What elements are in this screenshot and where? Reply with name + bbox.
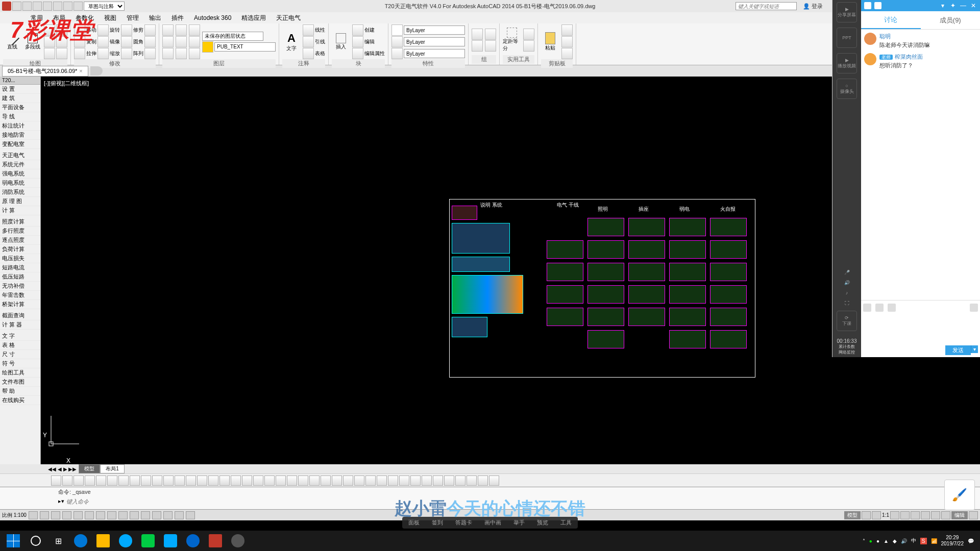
trim-tool[interactable] [121, 24, 132, 36]
palette-item[interactable]: 逐点照度 [0, 236, 40, 245]
tool-btn[interactable] [321, 475, 331, 486]
color-swatch[interactable] [391, 24, 403, 36]
palette-item[interactable]: 平面设备 [0, 103, 40, 112]
layer-props[interactable] [162, 24, 174, 36]
layer-misc3[interactable] [189, 48, 200, 59]
tool-btn[interactable] [107, 475, 117, 486]
explode-tool[interactable] [144, 36, 156, 47]
tool-btn[interactable] [62, 475, 72, 486]
leader-tool[interactable] [303, 36, 314, 47]
qat-redo[interactable] [74, 2, 83, 11]
status-btn[interactable] [921, 511, 930, 519]
tray-icon[interactable]: S [920, 538, 927, 544]
palette-item[interactable]: 照度计算 [0, 217, 40, 227]
status-btn[interactable] [186, 511, 195, 519]
tray-chevron-icon[interactable]: ˄ [863, 538, 865, 544]
layer-match[interactable] [176, 48, 187, 59]
fullscreen-icon[interactable]: ⛶ [845, 300, 849, 306]
palette-item[interactable]: 消防系统 [0, 188, 40, 197]
chat-textarea[interactable] [863, 313, 978, 343]
palette-item[interactable]: 多行照度 [0, 227, 40, 236]
measure-tool[interactable]: 定距等分 [503, 28, 521, 52]
tool-btn[interactable] [309, 475, 320, 486]
image-icon[interactable] [888, 304, 896, 312]
status-btn[interactable] [74, 511, 83, 519]
palette-item[interactable]: 弱电系统 [0, 179, 40, 188]
workspace-select[interactable]: 草图与注释 [84, 2, 125, 11]
layer-off[interactable] [162, 48, 174, 59]
app-icon-1[interactable] [114, 532, 137, 550]
status-btn[interactable] [62, 511, 71, 519]
status-btn[interactable] [931, 511, 940, 519]
palette-item[interactable]: 计 算 器 [0, 320, 40, 330]
palette-item[interactable]: 帮 助 [0, 387, 40, 396]
tool-btn[interactable] [197, 475, 207, 486]
tool-btn[interactable] [433, 475, 443, 486]
qat-undo[interactable] [63, 2, 72, 11]
palette-item[interactable]: 强电系统 [0, 169, 40, 179]
ppt-button[interactable]: PPT [837, 28, 857, 48]
tool-btn[interactable] [163, 475, 174, 486]
status-btn[interactable] [872, 511, 881, 519]
tool-btn[interactable] [478, 475, 488, 486]
menu-tangent[interactable]: 天正电气 [271, 13, 306, 23]
palette-item[interactable]: 短路电流 [0, 263, 40, 272]
tray-notifications-icon[interactable]: 💬 [968, 538, 974, 544]
linetype-select[interactable] [404, 49, 465, 58]
tool-btn[interactable] [152, 475, 162, 486]
filetab-close-icon[interactable]: × [79, 68, 82, 74]
speaker-icon[interactable]: 🔊 [844, 280, 850, 285]
tool-btn[interactable] [141, 475, 151, 486]
tool-btn[interactable] [276, 475, 286, 486]
palette-item[interactable]: 天正电气 [0, 151, 40, 160]
lineweight-select[interactable] [404, 37, 465, 46]
status-scale[interactable]: 比例 1:100 [2, 512, 27, 519]
qat-new[interactable] [12, 2, 21, 11]
group-btn3[interactable] [485, 29, 496, 40]
palette-item[interactable]: 文 字 [0, 332, 40, 341]
tool-btn[interactable] [219, 475, 230, 486]
tool-btn[interactable] [85, 475, 95, 486]
status-btn[interactable] [107, 511, 116, 519]
menu-featured[interactable]: 精选应用 [236, 13, 271, 23]
layer-lock[interactable] [176, 36, 187, 47]
chat-messages[interactable]: 聪明 陈老师今天讲消防嘛 老师榨菜肉丝面 想听消防了？ [861, 30, 980, 300]
erase-tool[interactable] [144, 24, 156, 36]
point-tool[interactable] [56, 48, 67, 59]
app-icon[interactable] [2, 2, 11, 11]
app-icon-2[interactable] [137, 532, 159, 550]
tool-btn[interactable] [298, 475, 308, 486]
status-btn[interactable] [40, 511, 49, 519]
ime-panel[interactable]: 🖌️ [944, 480, 975, 510]
send-dropdown[interactable]: ▾ [971, 345, 978, 353]
status-btn[interactable] [969, 511, 978, 519]
tool-btn[interactable] [467, 475, 477, 486]
palette-item[interactable]: 电压损失 [0, 254, 40, 263]
status-btn[interactable] [911, 511, 920, 519]
offset-tool[interactable] [144, 48, 156, 59]
qat-open[interactable] [22, 2, 32, 11]
layer-freeze[interactable] [176, 24, 187, 36]
palette-item[interactable]: 原 理 图 [0, 197, 40, 206]
cut-tool[interactable] [561, 24, 573, 36]
tool-btn[interactable] [489, 475, 499, 486]
hatch-tool[interactable] [44, 48, 55, 59]
mirror-tool[interactable] [97, 36, 109, 47]
palette-item[interactable]: 变配电室 [0, 140, 40, 149]
palette-item[interactable]: 导 线 [0, 112, 40, 121]
tool-btn[interactable] [388, 475, 398, 486]
viewport-label[interactable]: [-][俯视][二维线框] [44, 80, 89, 87]
status-btn[interactable] [163, 511, 173, 519]
menu-manage[interactable]: 管理 [121, 13, 144, 23]
stretch-tool[interactable] [74, 48, 85, 59]
mic-icon[interactable]: 🎤 [844, 270, 850, 275]
palette-item[interactable]: 桥架计算 [0, 300, 40, 309]
layer-select[interactable] [214, 42, 276, 52]
tray-icon[interactable]: ● [869, 538, 872, 544]
send-button[interactable]: 发送 [945, 345, 971, 355]
infocenter-search[interactable] [736, 2, 797, 10]
status-btn[interactable] [890, 511, 899, 519]
explorer-icon[interactable] [92, 532, 114, 550]
palette-item[interactable]: 系统元件 [0, 160, 40, 169]
menu-view[interactable]: 视图 [99, 13, 121, 23]
